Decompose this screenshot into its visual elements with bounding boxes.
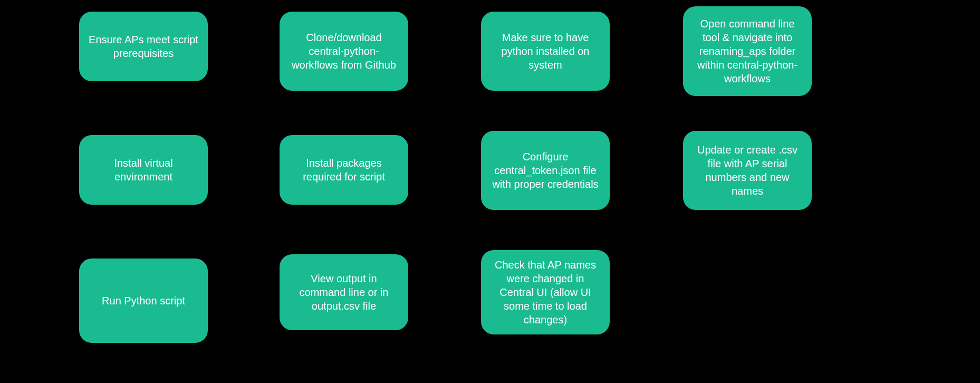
step-run-script: Run Python script	[79, 258, 208, 343]
step-label: Configure central_token.json file with p…	[491, 150, 600, 191]
step-prerequisites: Ensure APs meet script prerequisites	[79, 12, 208, 81]
step-view-output: View output in command line or in output…	[280, 254, 408, 330]
step-label: Run Python script	[102, 294, 185, 308]
workflow-diagram: Ensure APs meet script prerequisites Clo…	[0, 0, 980, 383]
step-clone-repo: Clone/download central-python-workflows …	[280, 12, 408, 91]
step-label: View output in command line or in output…	[289, 272, 399, 313]
step-update-csv: Update or create .csv file with AP seria…	[683, 131, 812, 210]
step-label: Update or create .csv file with AP seria…	[693, 143, 802, 198]
step-label: Clone/download central-python-workflows …	[289, 31, 399, 72]
step-install-virtualenv: Install virtual environment	[79, 135, 208, 205]
step-python-installed: Make sure to have python installed on sy…	[481, 12, 610, 91]
step-configure-token: Configure central_token.json file with p…	[481, 131, 610, 210]
step-install-packages: Install packages required for script	[280, 135, 408, 205]
step-label: Open command line tool & navigate into r…	[693, 17, 802, 85]
step-open-cli-navigate: Open command line tool & navigate into r…	[683, 6, 812, 96]
step-verify-central-ui: Check that AP names were changed in Cent…	[481, 250, 610, 334]
step-label: Install packages required for script	[289, 156, 399, 184]
step-label: Install virtual environment	[89, 156, 198, 184]
step-label: Check that AP names were changed in Cent…	[491, 258, 600, 327]
step-label: Ensure APs meet script prerequisites	[89, 33, 198, 60]
step-label: Make sure to have python installed on sy…	[491, 31, 600, 72]
